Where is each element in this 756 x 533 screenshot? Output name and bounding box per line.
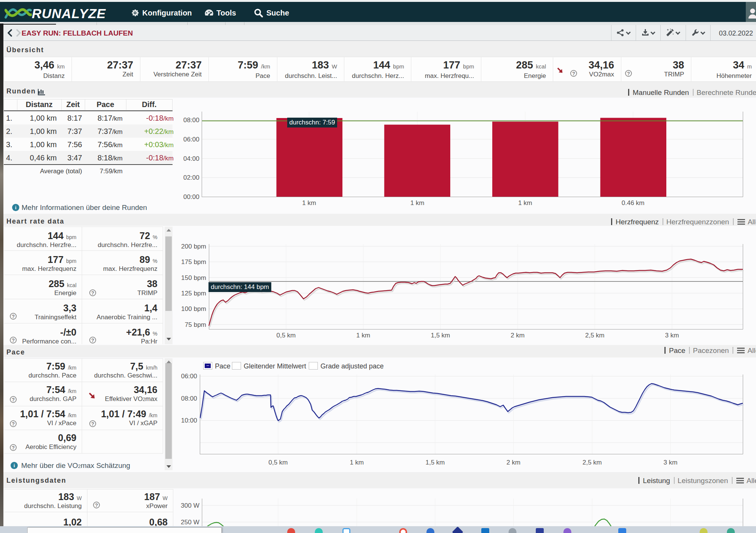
svg-text:0.46 km: 0.46 km — [622, 199, 644, 207]
svg-text:02:00: 02:00 — [183, 174, 199, 181]
svg-text:1 km: 1 km — [356, 332, 370, 339]
svg-text:200 bpm: 200 bpm — [181, 243, 206, 250]
svg-text:1 km: 1 km — [302, 199, 316, 207]
svg-text:1 km: 1 km — [350, 459, 364, 466]
svg-text:06:00: 06:00 — [181, 373, 197, 380]
svg-text:3 km: 3 km — [665, 332, 679, 339]
svg-text:75 bpm: 75 bpm — [185, 321, 206, 328]
svg-text:1 km: 1 km — [411, 199, 425, 207]
svg-text:2,5 km: 2,5 km — [585, 332, 604, 339]
svg-text:125 bpm: 125 bpm — [181, 290, 206, 297]
svg-text:08:00: 08:00 — [181, 395, 197, 402]
svg-text:04:00: 04:00 — [183, 155, 199, 162]
svg-text:2,5 km: 2,5 km — [582, 459, 602, 466]
svg-text:1,5 km: 1,5 km — [425, 459, 445, 466]
svg-text:150 bpm: 150 bpm — [181, 274, 206, 281]
svg-text:06:00: 06:00 — [183, 136, 199, 143]
svg-text:00:00: 00:00 — [183, 193, 199, 200]
svg-text:0,5 km: 0,5 km — [276, 332, 296, 339]
svg-text:08:00: 08:00 — [183, 117, 199, 124]
svg-text:250 W: 250 W — [181, 519, 199, 526]
svg-text:0,5 km: 0,5 km — [268, 459, 288, 466]
svg-text:100 bpm: 100 bpm — [181, 305, 206, 312]
svg-text:300 W: 300 W — [181, 502, 199, 509]
svg-text:1,5 km: 1,5 km — [431, 332, 450, 339]
svg-text:2 km: 2 km — [507, 459, 521, 466]
svg-text:2 km: 2 km — [511, 332, 525, 339]
svg-text:1 km: 1 km — [518, 199, 532, 207]
svg-text:175 bpm: 175 bpm — [181, 258, 206, 266]
svg-text:3 km: 3 km — [664, 459, 678, 466]
svg-text:10:00: 10:00 — [181, 417, 197, 424]
